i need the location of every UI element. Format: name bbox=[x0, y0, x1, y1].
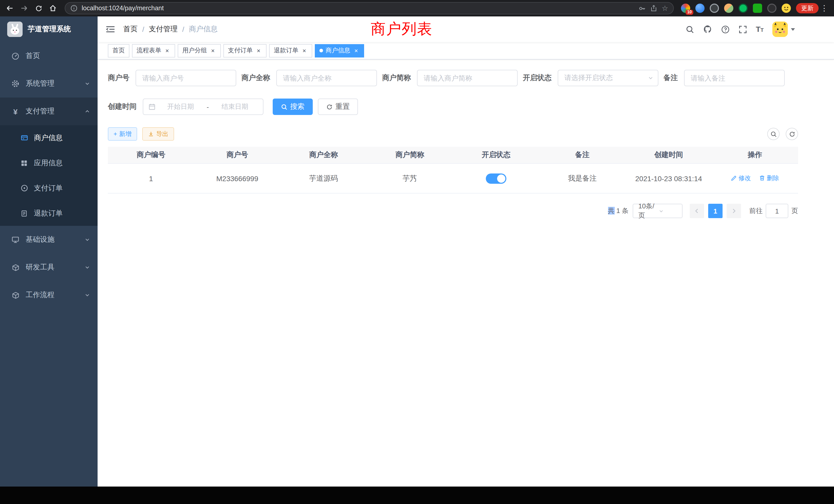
browser-menu-icon[interactable]: ⋮ bbox=[820, 4, 829, 13]
refresh-icon[interactable] bbox=[786, 128, 798, 140]
remark-input[interactable] bbox=[684, 70, 785, 86]
password-key-icon[interactable] bbox=[639, 4, 646, 12]
column-header: 商户号 bbox=[194, 151, 280, 160]
breadcrumb-payment[interactable]: 支付管理 bbox=[149, 25, 178, 34]
tab-pay-order[interactable]: 支付订单 × bbox=[223, 44, 266, 57]
close-icon[interactable]: × bbox=[353, 47, 359, 54]
tab-process-form[interactable]: 流程表单 × bbox=[132, 44, 175, 57]
cell-merchant-id: 1 bbox=[108, 174, 194, 182]
box-icon bbox=[10, 264, 21, 271]
page-size-select[interactable]: 10条/页 bbox=[633, 204, 682, 218]
close-icon[interactable]: × bbox=[255, 47, 262, 54]
sidebar-item-home[interactable]: 首页 bbox=[0, 42, 97, 70]
tags-view: 首页 流程表单 × 用户分组 × 支付订单 × 退款订单 × bbox=[97, 42, 834, 60]
extension-icon-drop[interactable] bbox=[695, 4, 705, 13]
site-info-icon[interactable] bbox=[70, 5, 78, 12]
field-label: 备注 bbox=[663, 73, 678, 83]
browser-forward-icon[interactable] bbox=[18, 2, 31, 15]
sidebar-item-label: 首页 bbox=[26, 51, 40, 61]
cell-status bbox=[453, 173, 539, 183]
sidebar-item-label: 应用信息 bbox=[34, 158, 63, 167]
user-menu[interactable] bbox=[772, 22, 795, 37]
sidebar-toggle-icon[interactable] bbox=[106, 25, 115, 33]
sidebar-item-workflow[interactable]: 工作流程 bbox=[0, 281, 97, 309]
breadcrumb: 首页 / 支付管理 / 商户信息 bbox=[123, 25, 218, 34]
breadcrumb-separator: / bbox=[142, 25, 144, 33]
sidebar-item-pay-order[interactable]: 支付订单 bbox=[0, 176, 97, 201]
sidebar-item-label: 基础设施 bbox=[26, 235, 54, 244]
export-button[interactable]: 导出 bbox=[142, 127, 174, 141]
font-size-icon[interactable]: TT bbox=[756, 26, 764, 33]
export-button-label: 导出 bbox=[156, 130, 169, 138]
search-button-label: 搜索 bbox=[290, 102, 305, 111]
goto-page-input[interactable] bbox=[766, 204, 788, 218]
app-title: 芋道管理系统 bbox=[28, 25, 71, 34]
browser-home-icon[interactable] bbox=[46, 2, 60, 15]
status-select[interactable]: 请选择开启状态 bbox=[558, 70, 658, 86]
sidebar-item-merchant-info[interactable]: 商户信息 bbox=[0, 125, 97, 151]
create-time-range-picker[interactable]: 开始日期 - 结束日期 bbox=[143, 98, 263, 115]
sidebar-item-app-info[interactable]: 应用信息 bbox=[0, 151, 97, 176]
share-icon[interactable] bbox=[651, 5, 658, 12]
sidebar-item-label: 系统管理 bbox=[26, 79, 54, 88]
extension-icon-wheel[interactable]: 10 bbox=[681, 4, 690, 13]
tab-refund-order[interactable]: 退款订单 × bbox=[269, 44, 312, 57]
page-number-1[interactable]: 1 bbox=[708, 204, 723, 218]
sidebar-item-refund-order[interactable]: 退款订单 bbox=[0, 201, 97, 226]
browser-back-icon[interactable] bbox=[3, 2, 17, 15]
start-date-placeholder: 开始日期 bbox=[158, 102, 204, 111]
tab-label: 退款订单 bbox=[274, 46, 299, 55]
close-icon[interactable]: × bbox=[210, 47, 216, 54]
extension-icon-avatar[interactable] bbox=[724, 4, 733, 13]
red-annotation-label: 商户列表 bbox=[371, 19, 433, 40]
cell-short-name: 芋艿 bbox=[367, 174, 453, 183]
reset-button[interactable]: 重置 bbox=[318, 98, 358, 115]
sidebar-item-infrastructure[interactable]: 基础设施 bbox=[0, 226, 97, 254]
close-icon[interactable]: × bbox=[301, 47, 308, 54]
status-toggle[interactable] bbox=[486, 173, 506, 183]
merchant-table: 商户编号 商户号 商户全称 商户简称 开启状态 备注 创建时间 操作 1 M23… bbox=[108, 147, 798, 193]
search-button[interactable]: 搜索 bbox=[273, 98, 313, 115]
column-header: 备注 bbox=[539, 151, 626, 160]
edit-link[interactable]: 修改 bbox=[731, 174, 751, 183]
search-icon[interactable] bbox=[685, 25, 694, 33]
merchant-no-input[interactable] bbox=[136, 70, 236, 86]
tab-user-group[interactable]: 用户分组 × bbox=[178, 44, 221, 57]
extension-icon-knot[interactable] bbox=[767, 4, 776, 13]
url-text[interactable]: localhost:1024/pay/merchant bbox=[82, 5, 635, 12]
breadcrumb-home[interactable]: 首页 bbox=[123, 25, 138, 34]
browser-toolbar: localhost:1024/pay/merchant ☆ 10 更新 bbox=[0, 0, 834, 17]
extension-icon-green-square[interactable] bbox=[753, 4, 762, 13]
full-name-input[interactable] bbox=[276, 70, 377, 86]
sidebar-item-system[interactable]: 系统管理 bbox=[0, 70, 97, 97]
help-icon[interactable] bbox=[721, 25, 729, 33]
prev-page-button[interactable] bbox=[690, 204, 704, 218]
column-header: 商户全称 bbox=[280, 151, 367, 160]
github-icon[interactable] bbox=[703, 25, 712, 34]
delete-link[interactable]: 删除 bbox=[759, 174, 779, 183]
next-page-button[interactable] bbox=[727, 204, 741, 218]
close-icon[interactable]: × bbox=[164, 47, 171, 54]
browser-reload-icon[interactable] bbox=[32, 2, 45, 15]
short-name-input[interactable] bbox=[417, 70, 518, 86]
delete-link-label: 删除 bbox=[767, 174, 779, 183]
desktop-gap bbox=[0, 486, 834, 504]
fullscreen-icon[interactable] bbox=[738, 25, 747, 33]
search-form-row-1: 商户号 商户全称 商户简称 开启状态 请选择开启状态 bbox=[108, 70, 798, 86]
sidebar-item-dev-tools[interactable]: 研发工具 bbox=[0, 254, 97, 281]
sidebar-logo[interactable]: 芋道管理系统 bbox=[0, 17, 97, 42]
pagination-total: 共 1 条 bbox=[608, 206, 629, 215]
tab-label: 商户信息 bbox=[326, 46, 350, 55]
browser-address-bar[interactable]: localhost:1024/pay/merchant ☆ bbox=[65, 2, 674, 14]
toggle-search-icon[interactable] bbox=[767, 128, 780, 140]
bookmark-star-icon[interactable]: ☆ bbox=[662, 5, 668, 12]
tab-home[interactable]: 首页 bbox=[108, 44, 129, 57]
add-button[interactable]: + 新增 bbox=[108, 127, 137, 141]
tab-merchant-info[interactable]: 商户信息 × bbox=[315, 44, 364, 57]
extension-icon-green-circle[interactable] bbox=[739, 4, 748, 13]
extension-icon-emoji[interactable] bbox=[782, 4, 791, 13]
extension-icon-dark-ring[interactable] bbox=[710, 4, 719, 13]
breadcrumb-separator: / bbox=[182, 25, 184, 33]
browser-update-button[interactable]: 更新 bbox=[796, 3, 818, 13]
sidebar-item-payment[interactable]: ¥ 支付管理 bbox=[0, 97, 97, 125]
